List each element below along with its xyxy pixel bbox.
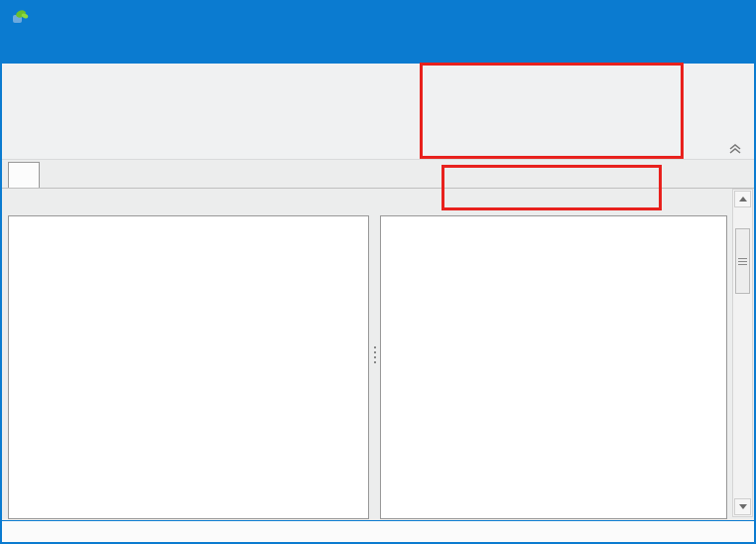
scrollbar-thumb[interactable] [735, 228, 750, 294]
scroll-down-icon[interactable] [734, 498, 751, 515]
income-trend-chart [380, 215, 727, 519]
tab-store-dashboard[interactable] [8, 162, 40, 188]
status-bar [2, 520, 754, 542]
finance-trend-header [380, 191, 727, 215]
panel-splitter[interactable] [369, 191, 380, 519]
income-analysis-chart [8, 215, 369, 519]
minimize-button[interactable] [620, 2, 665, 32]
business-stats-header [8, 191, 369, 215]
finance-trend-panel [380, 191, 727, 519]
scroll-up-icon[interactable] [734, 191, 751, 207]
title-bar [2, 2, 754, 32]
window-controls [620, 2, 754, 32]
vertical-scrollbar[interactable] [732, 189, 753, 517]
ribbon [2, 64, 754, 160]
app-window [0, 0, 756, 544]
dashboard-content [2, 189, 754, 520]
ribbon-tab-bar [2, 32, 754, 64]
collapse-ribbon-icon[interactable] [728, 141, 742, 153]
document-tab-bar [2, 160, 754, 189]
business-stats-panel [8, 191, 369, 519]
close-button[interactable] [709, 2, 754, 32]
maximize-button[interactable] [665, 2, 709, 32]
app-logo-icon [10, 7, 30, 27]
